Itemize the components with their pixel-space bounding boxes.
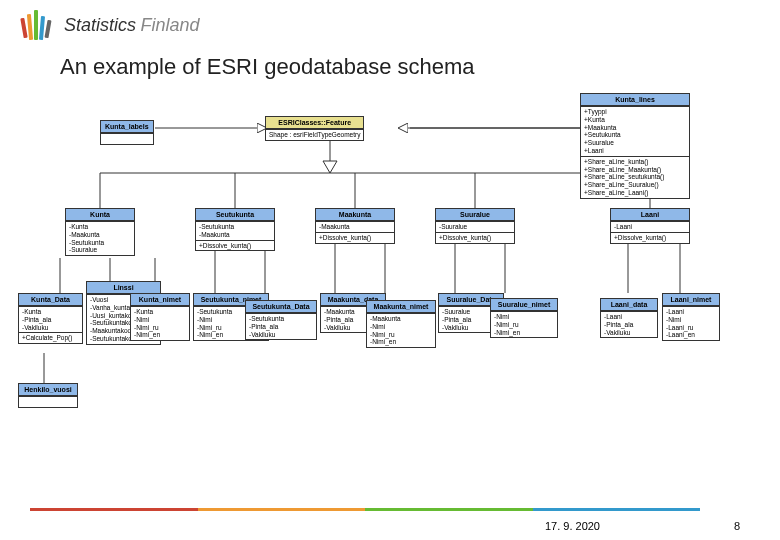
attr: -Nimi_ru: [134, 324, 186, 332]
class-header: Laani: [611, 209, 689, 221]
class-header: Maakunta: [316, 209, 394, 221]
attr: -Nimi_en: [494, 329, 554, 337]
class-header: Maakunta_nimet: [367, 301, 435, 313]
attr: -Laani_ru: [666, 324, 716, 332]
attr: -Seutukunta: [199, 223, 271, 231]
attr: -Laani: [666, 308, 716, 316]
attr: Shape : esriFieldTypeGeometry: [269, 131, 360, 139]
op: +Share_aLine_Laani(): [584, 189, 686, 197]
brand-sub: Finland: [140, 15, 199, 35]
class-header: Seutukunta: [196, 209, 274, 221]
attr: +Tyyppi: [584, 108, 686, 116]
class-seutukunta: Seutukunta -Seutukunta -Maakunta +Dissol…: [195, 208, 275, 251]
class-laani-data: Laani_data -Laani -Pinta_ala -Vakiluku: [600, 298, 658, 338]
footer: 17. 9. 2020 8: [0, 508, 780, 540]
class-header: Suuralue_nimet: [491, 299, 557, 311]
class-header: Laani_nimet: [663, 294, 719, 306]
op: +Dissolve_kunta(): [439, 234, 511, 242]
attr: -Suuralue: [69, 246, 131, 254]
footer-date: 17. 9. 2020: [545, 520, 600, 532]
attr: +Seutukunta: [584, 131, 686, 139]
attr: -Nimi_en: [370, 338, 432, 346]
class-suuralue-nimet: Suuralue_nimet -Nimi -Nimi_ru -Nimi_en: [490, 298, 558, 338]
attr: +Laani: [584, 147, 686, 155]
attr: -Nimi_ru: [494, 321, 554, 329]
attr: -Vakiluku: [604, 329, 654, 337]
class-header: Henkilo_vuosi: [19, 384, 77, 396]
class-laani-nimet: Laani_nimet -Laani -Nimi -Laani_ru -Laan…: [662, 293, 720, 341]
class-maakunta-nimet: Maakunta_nimet -Maakunta -Nimi -Nimi_ru …: [366, 300, 436, 348]
class-header: Kunta_lines: [581, 94, 689, 106]
attr: +Suuralue: [584, 139, 686, 147]
class-suuralue: Suuralue -Suuralue +Dissolve_kunta(): [435, 208, 515, 244]
attr: -Maakunta: [69, 231, 131, 239]
page-title: An example of ESRI geodatabase schema: [0, 50, 780, 88]
attr: -Nimi: [666, 316, 716, 324]
class-laani: Laani -Laani +Dissolve_kunta(): [610, 208, 690, 244]
class-henkilo-vuosi: Henkilo_vuosi: [18, 383, 78, 408]
brand-main: Statistics: [64, 15, 136, 35]
class-kunta: Kunta -Kunta -Maakunta -Seutukunta -Suur…: [65, 208, 135, 256]
attr: -Maakunta: [199, 231, 271, 239]
attr: -Kunta: [22, 308, 79, 316]
attr: -Nimi: [370, 323, 432, 331]
attr: -Nimi: [494, 313, 554, 321]
attr: -Kunta: [134, 308, 186, 316]
attr: -Nimi_en: [134, 331, 186, 339]
attr: -Seutukunta: [69, 239, 131, 247]
op: +Calculate_Pop(): [22, 334, 79, 342]
class-header: Suuralue: [436, 209, 514, 221]
attr: -Pinta_ala: [604, 321, 654, 329]
class-kunta-lines: Kunta_lines +Tyyppi +Kunta +Maakunta +Se…: [580, 93, 690, 199]
header: Statistics Finland: [0, 0, 780, 50]
attr: -Nimi: [134, 316, 186, 324]
op: +Share_aLine_seutukunta(): [584, 173, 686, 181]
class-seutukunta-data: Seutukunta_Data -Seutukunta -Pinta_ala -…: [245, 300, 317, 340]
attr: -Pinta_ala: [249, 323, 313, 331]
attr: -Vakiluku: [22, 324, 79, 332]
class-kunta-labels: Kunta_labels: [100, 120, 154, 145]
class-esri-feature: ESRIClasses::Feature Shape : esriFieldTy…: [265, 116, 364, 141]
attr: -Nimi_ru: [370, 331, 432, 339]
attr: +Maakunta: [584, 124, 686, 132]
class-header: Kunta: [66, 209, 134, 221]
brand-text: Statistics Finland: [64, 15, 200, 36]
class-kunta-data: Kunta_Data -Kunta -Pinta_ala -Vakiluku +…: [18, 293, 83, 344]
attr: -Maakunta: [319, 223, 391, 231]
class-header: Laani_data: [601, 299, 657, 311]
attr: -Laani_en: [666, 331, 716, 339]
class-header: Kunta_Data: [19, 294, 82, 306]
attr: -Laani: [614, 223, 686, 231]
attr: -Laani: [604, 313, 654, 321]
class-header: Seutukunta_Data: [246, 301, 316, 313]
attr: -Kunta: [69, 223, 131, 231]
uml-diagram: Kunta_labels ESRIClasses::Feature Shape …: [10, 88, 770, 448]
op: +Dissolve_kunta(): [614, 234, 686, 242]
op: +Share_aLine_Suuralue(): [584, 181, 686, 189]
footer-color-bar: [30, 508, 700, 511]
op: +Share_aLine_kunta(): [584, 158, 686, 166]
attr: -Maakunta: [370, 315, 432, 323]
attr: -Pinta_ala: [22, 316, 79, 324]
op: +Dissolve_kunta(): [199, 242, 271, 250]
class-header: ESRIClasses::Feature: [266, 117, 363, 129]
footer-page-number: 8: [734, 520, 740, 532]
op: +Share_aLine_Maakunta(): [584, 166, 686, 174]
class-maakunta: Maakunta -Maakunta +Dissolve_kunta(): [315, 208, 395, 244]
class-header: Kunta_nimet: [131, 294, 189, 306]
op: +Dissolve_kunta(): [319, 234, 391, 242]
statistics-finland-logo-icon: [20, 8, 54, 42]
attr: +Kunta: [584, 116, 686, 124]
class-header: Kunta_labels: [101, 121, 153, 133]
attr: -Vakiluku: [249, 331, 313, 339]
attr: -Seutukunta: [249, 315, 313, 323]
attr: -Suuralue: [439, 223, 511, 231]
class-kunta-nimet: Kunta_nimet -Kunta -Nimi -Nimi_ru -Nimi_…: [130, 293, 190, 341]
